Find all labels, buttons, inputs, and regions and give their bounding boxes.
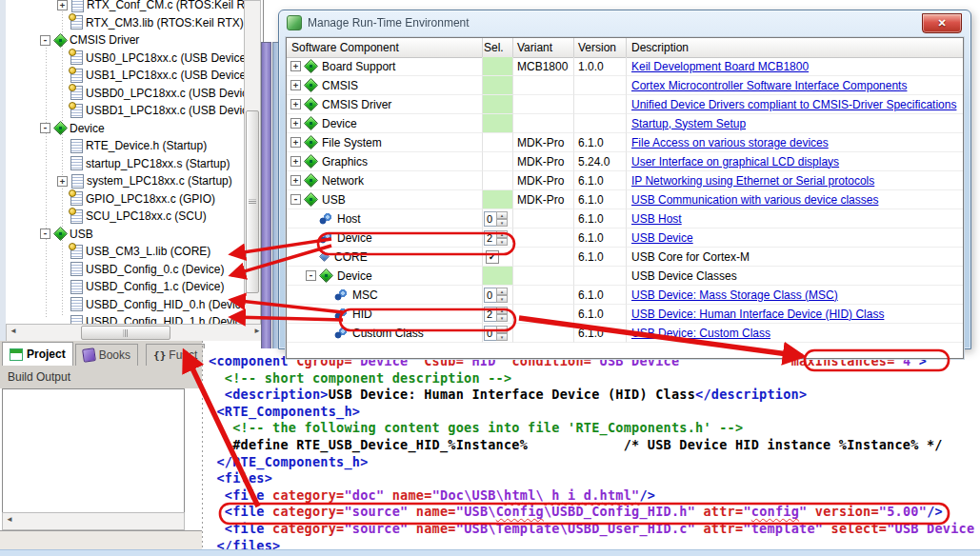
dialog-row[interactable]: -USBMDK-Pro6.1.0USB Communication with v… [287, 190, 963, 209]
expand-icon[interactable]: + [290, 156, 301, 167]
description-link[interactable]: USB Host [631, 212, 682, 226]
column-header-sel[interactable]: Sel. [483, 38, 513, 57]
description-link[interactable]: Unified Device Drivers compliant to CMSI… [631, 98, 956, 111]
dialog-row[interactable]: +DeviceStartup, System Setup [287, 114, 963, 133]
dialog-row[interactable]: HID2▴▾6.1.0USB Device: Human Interface D… [287, 305, 963, 324]
dialog-row[interactable]: +CMSIS DriverUnified Device Drivers comp… [287, 95, 963, 114]
tree-item[interactable]: USBD0_LPC18xx.c (USB Device: [6, 85, 257, 102]
description-cell[interactable]: Unified Device Drivers compliant to CMSI… [627, 95, 963, 114]
sel-cell[interactable]: 0▴▾ [483, 324, 513, 343]
build-output-panel[interactable] [2, 388, 185, 514]
collapse-icon[interactable]: - [290, 194, 301, 205]
description-cell[interactable]: USB Communication with various device cl… [627, 190, 963, 209]
tab-project[interactable]: Project [2, 342, 73, 366]
instance-spinner[interactable]: 0▴▾ [484, 211, 508, 227]
sel-checkbox[interactable]: ✓ [486, 250, 499, 264]
tree-item[interactable]: USB1_LPC18xx.c (USB Device:U [6, 67, 257, 84]
dialog-row[interactable]: Device2▴▾6.1.0USB Device [287, 228, 963, 248]
description-cell[interactable]: Keil Development Board MCB1800 [627, 57, 963, 76]
tree-item[interactable]: RTX_CM3.lib (RTOS:Keil RTX) [6, 14, 244, 31]
tab-books[interactable]: Books [75, 344, 138, 366]
spin-up-button[interactable]: ▴ [496, 230, 508, 238]
description-cell[interactable]: Startup, System Setup [627, 114, 963, 133]
spin-up-button[interactable]: ▴ [496, 307, 508, 314]
sel-cell[interactable]: ✓ [483, 248, 513, 267]
spin-up-button[interactable]: ▴ [496, 211, 508, 219]
description-cell[interactable]: USB Device [627, 228, 963, 248]
description-cell[interactable]: Cortex Microcontroller Software Interfac… [627, 76, 963, 95]
dialog-row[interactable]: -DeviceUSB Device Classes [287, 267, 963, 286]
collapse-icon[interactable]: - [306, 270, 316, 281]
tree-vertical-scrollbar[interactable] [244, 0, 261, 326]
spin-down-button[interactable]: ▾ [496, 295, 508, 303]
instance-spinner[interactable]: 2▴▾ [484, 230, 508, 246]
expand-icon[interactable]: + [290, 61, 301, 71]
tree-item[interactable]: -Device [6, 120, 105, 137]
dialog-row[interactable]: CORE✓6.1.0USB Core for Cortex-M [287, 248, 963, 267]
column-header-version[interactable]: Version [574, 38, 627, 57]
spin-down-button[interactable]: ▾ [496, 219, 508, 227]
tree-item[interactable]: USBD_Config_1.c (Device) [6, 278, 224, 295]
tree-item[interactable]: -CMSIS Driver [6, 31, 139, 49]
dialog-row[interactable]: +Board SupportMCB18001.0.0Keil Developme… [287, 57, 963, 76]
tab-functions[interactable]: {} Funct [146, 344, 205, 366]
description-link[interactable]: IP Networking using Ethernet or Serial p… [631, 174, 874, 188]
scroll-left-icon[interactable]: ◄ [3, 514, 16, 526]
description-cell[interactable]: User Interface on graphical LCD displays [627, 152, 963, 171]
description-cell[interactable]: IP Networking using Ethernet or Serial p… [627, 171, 963, 190]
tree-item[interactable]: USB0_LPC18xx.c (USB Device:U [6, 50, 257, 67]
tree-horizontal-scrollbar[interactable]: ◄ ► [6, 324, 264, 341]
close-button[interactable]: ✕ [922, 13, 962, 33]
collapse-icon[interactable]: - [40, 35, 50, 46]
expand-icon[interactable]: + [290, 99, 301, 109]
description-link[interactable]: File Access on various storage devices [631, 136, 829, 149]
tree-item[interactable]: USB_CM3_L.lib (CORE) [6, 243, 210, 260]
sel-cell[interactable]: 0▴▾ [483, 286, 513, 305]
dialog-row[interactable]: +NetworkMDK-Pro6.1.0IP Networking using … [287, 171, 963, 190]
sel-cell[interactable]: 2▴▾ [483, 228, 513, 248]
tree-item[interactable]: +RTX_Conf_CM.c (RTOS:Keil RT: [6, 0, 253, 13]
description-link[interactable]: USB Communication with various device cl… [631, 193, 878, 207]
expand-icon[interactable]: + [290, 137, 301, 148]
dialog-row[interactable]: Host0▴▾6.1.0USB Host [287, 209, 963, 228]
spin-down-button[interactable]: ▾ [496, 314, 508, 322]
expand-icon[interactable]: + [57, 0, 68, 10]
tree-item[interactable]: USBD1_LPC18xx.c (USB Device: [6, 102, 257, 119]
spin-up-button[interactable]: ▴ [496, 288, 508, 295]
dialog-row[interactable]: +CMSISCortex Microcontroller Software In… [287, 76, 963, 95]
description-cell[interactable]: USB Host [627, 209, 963, 228]
description-link[interactable]: USB Device [631, 231, 693, 245]
dialog-titlebar[interactable]: Manage Run-Time Environment [287, 15, 470, 30]
spin-up-button[interactable]: ▴ [496, 326, 508, 333]
dialog-row[interactable]: MSC0▴▾6.1.0USB Device: Mass Storage Clas… [287, 286, 963, 305]
instance-spinner[interactable]: 2▴▾ [484, 307, 508, 322]
description-link[interactable]: Startup, System Setup [631, 117, 746, 130]
description-cell[interactable]: USB Device: Mass Storage Class (MSC) [627, 286, 963, 305]
description-link[interactable]: User Interface on graphical LCD displays [631, 155, 839, 169]
dialog-row[interactable]: +File SystemMDK-Pro6.1.0File Access on v… [287, 133, 963, 152]
column-header-description[interactable]: Description [627, 38, 963, 57]
tree-item[interactable]: -USB [6, 226, 93, 243]
build-output-scrollbar[interactable]: ◄ [2, 512, 185, 530]
spin-down-button[interactable]: ▾ [496, 238, 508, 246]
tree-item[interactable]: +system_LPC18xx.c (Startup) [6, 172, 232, 189]
column-header-software-component[interactable]: Software Component [287, 38, 483, 57]
scroll-left-icon[interactable]: ◄ [7, 326, 20, 337]
expand-icon[interactable]: + [290, 175, 301, 186]
tree-item[interactable]: SCU_LPC18xx.c (SCU) [6, 208, 207, 225]
tree-item[interactable]: USBD_Config_HID_0.h (Device: [6, 296, 250, 313]
description-link[interactable]: USB Device: Mass Storage Class (MSC) [631, 288, 838, 302]
collapse-icon[interactable]: - [40, 123, 50, 133]
collapse-icon[interactable]: - [40, 228, 50, 239]
expand-icon[interactable]: + [57, 176, 68, 187]
tree-item[interactable]: RTE_Device.h (Startup) [6, 137, 207, 154]
dialog-row[interactable]: Custom Class0▴▾6.1.0USB Device: Custom C… [287, 324, 963, 343]
description-cell[interactable]: USB Device: Human Interface Device (HID)… [627, 305, 963, 324]
description-link[interactable]: USB Device: Human Interface Device (HID)… [631, 308, 884, 321]
tree-item[interactable]: GPIO_LPC18xx.c (GPIO) [6, 190, 215, 208]
description-link[interactable]: Cortex Microcontroller Software Interfac… [631, 79, 907, 92]
description-cell[interactable]: USB Device: Custom Class [627, 324, 963, 343]
expand-icon[interactable]: + [290, 80, 301, 90]
tree-item[interactable]: USBD_Config_0.c (Device) [6, 261, 224, 278]
pdsc-code-view[interactable]: <component Cgroup="Device" Csub="HID" co… [203, 348, 980, 549]
